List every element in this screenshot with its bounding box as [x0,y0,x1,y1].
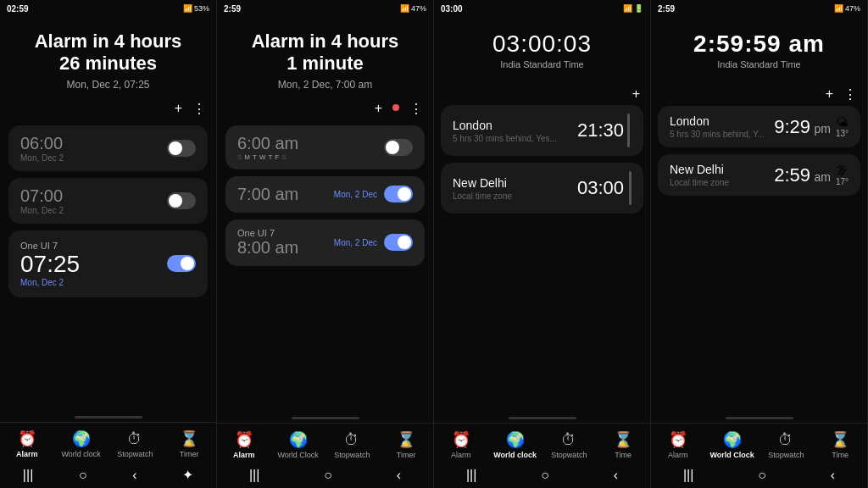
add-worldclock-button[interactable]: + [632,86,640,102]
alarm-item-0725[interactable]: One UI 7 07:25 Mon, Dec 2 [8,230,208,297]
alarm-item-700am[interactable]: 7:00 am Mon, 2 Dec [225,176,425,213]
nav-stopwatch-1[interactable]: ⏱ Stopwatch [108,430,163,458]
recents-button-3[interactable]: ‹ [614,468,618,483]
world-right-newdelhi-4: 2:59 am 🌫 17° [774,164,849,186]
worldclock-nav-icon-3: 🌍 [506,430,525,449]
home-button-3[interactable]: ○ [541,468,549,483]
alarm-item-600am[interactable]: 6:00 am S M T W T F S [225,125,425,169]
status-bar-1: 02:59 📶 53% [0,0,216,17]
world-city-info-london-4: London 5 hrs 30 mins behind, Y... [670,114,765,139]
alarm-item-left: 06:00 Mon, Dec 2 [20,134,64,163]
alarm-list-2: 6:00 am S M T W T F S 7:00 am Mon, 2 Dec [217,120,433,413]
day-sa: S [281,153,286,161]
nav-stopwatch-3[interactable]: ⏱ Stopwatch [542,431,597,459]
nav-alarm-2[interactable]: ⏰ Alarm [217,430,271,459]
nav-alarm-3[interactable]: ⏰ Alarm [434,430,488,459]
timer-nav-label-4: Time [832,451,849,459]
nav-timer-2[interactable]: ⌛ Timer [379,430,433,459]
world-item-newdelhi-4[interactable]: New Delhi Local time zone 2:59 am 🌫 17° [658,154,860,196]
world-item-london-3[interactable]: London 5 hrs 30 mins behind, Yes... 21:3… [441,105,643,156]
alarm-toggle-0700[interactable] [167,192,196,209]
recents-button[interactable]: ‹ [132,468,136,483]
alarm-right-800: Mon, 2 Dec [334,234,413,251]
more-options-button-4[interactable]: ⋮ [843,86,857,103]
alarm-date-0725: Mon, Dec 2 [20,278,80,287]
bottom-nav-4: ⏰ Alarm 🌍 World Clock ⏱ Stopwatch ⌛ Time [651,423,867,463]
weather-icon-london: 🌤 [836,115,848,129]
status-time-2: 2:59 [224,4,241,14]
scroll-divider-2 [292,417,359,419]
status-icons-1: 📶 53% [183,4,209,13]
battery-icon: 53% [194,4,209,13]
recents-button-4[interactable]: ‹ [831,468,835,483]
panel-actions-1: + ⋮ [0,97,216,120]
panel-actions-3: + [434,83,650,105]
main-clock-time-3: 03:00:03 [448,30,637,58]
more-options-button-2[interactable]: ⋮ [409,101,423,117]
alarm-subtitle-2: Mon, 2 Dec, 7:00 am [231,79,420,91]
alarm-toggle-600am[interactable] [384,139,413,156]
status-icons-3: 📶 🔋 [623,4,643,13]
back-button-3[interactable]: ||| [466,468,476,483]
alarm-nav-icon: ⏰ [18,430,36,448]
alarm-toggle-700am[interactable] [384,186,413,202]
nav-worldclock-3[interactable]: 🌍 World clock [488,430,542,459]
nav-alarm-1[interactable]: ⏰ Alarm [0,430,54,458]
alarm-subtitle-1: Mon, Dec 2, 07:25 [14,79,203,91]
home-button-4[interactable]: ○ [758,468,766,483]
back-button-2[interactable]: ||| [249,468,259,483]
home-button[interactable]: ○ [79,468,87,483]
world-city-info-newdelhi-4: New Delhi Local time zone [670,163,729,187]
alarm-item-left: 07:00 Mon, Dec 2 [20,186,64,215]
alarm-date-0700: Mon, Dec 2 [20,206,64,215]
nav-timer-3[interactable]: ⌛ Time [596,430,650,459]
alarm-time-600am: 6:00 am [237,134,298,153]
world-clock-list-3: London 5 hrs 30 mins behind, Yes... 21:3… [434,105,650,413]
alarm-toggle-0725[interactable] [167,255,196,272]
nav-stopwatch-2[interactable]: ⏱ Stopwatch [326,431,380,459]
alarm-toggle-800am[interactable] [384,234,413,251]
scroll-indicator-2 [629,171,632,205]
nav-alarm-4[interactable]: ⏰ Alarm [651,430,705,459]
alarm-nav-icon-3: ⏰ [452,430,470,449]
city-name-london-3: London [453,119,557,132]
stopwatch-nav-label-2: Stopwatch [334,451,370,459]
nav-worldclock-4[interactable]: 🌍 World Clock [705,430,760,459]
status-time-4: 2:59 [658,4,675,14]
alarm-date-800am: Mon, 2 Dec [334,238,377,247]
city-behind-london-3: 5 hrs 30 mins behind, Yes... [453,134,557,143]
days-row-600: S M T W T F S [237,153,298,161]
timer-nav-icon-4: ⌛ [831,430,849,449]
alarm-time-0600: 06:00 [20,134,64,153]
recents-button-2[interactable]: ‹ [397,468,401,483]
home-button-2[interactable]: ○ [324,468,332,483]
add-alarm-button[interactable]: + [175,101,182,117]
back-button-4[interactable]: ||| [683,468,693,483]
time-container-london-4: 9:29 pm [774,116,831,138]
alarm-item-0700[interactable]: 07:00 Mon, Dec 2 [8,178,208,224]
world-item-newdelhi-3[interactable]: New Delhi Local time zone 03:00 [441,163,643,214]
add-worldclock-button-4[interactable]: + [826,86,833,103]
bottom-nav-3: ⏰ Alarm 🌍 World clock ⏱ Stopwatch ⌛ Time [434,423,650,463]
back-button[interactable]: ||| [23,468,33,483]
alarm-item-0600[interactable]: 06:00 Mon, Dec 2 [8,125,208,171]
add-alarm-button-2[interactable]: + [375,101,382,117]
day-m: M [244,153,250,161]
alarm-item-800am[interactable]: One UI 7 8:00 am Mon, 2 Dec [225,219,425,266]
worldclock-nav-icon: 🌍 [72,430,91,448]
temp-london-4: 13° [836,129,849,138]
world-city-info-newdelhi: New Delhi Local time zone [453,176,512,201]
worldclock-nav-label: World clock [61,450,100,458]
system-bar-4: ||| ○ ‹ [651,463,867,488]
nav-timer-4[interactable]: ⌛ Time [813,430,867,459]
nav-stopwatch-4[interactable]: ⏱ Stopwatch [760,431,814,459]
system-bar-3: ||| ○ ‹ [434,463,650,488]
nav-timer-1[interactable]: ⌛ Timer [162,430,216,458]
nav-worldclock-1[interactable]: 🌍 World clock [54,430,108,458]
nav-worldclock-2[interactable]: 🌍 World Clock [271,430,326,459]
world-item-london-4[interactable]: London 5 hrs 30 mins behind, Y... 9:29 p… [658,106,860,147]
accessibility-button[interactable]: ✦ [182,467,193,483]
more-options-button[interactable]: ⋮ [192,101,206,117]
alarm-toggle-0600[interactable] [167,140,196,157]
timer-nav-label-2: Timer [397,451,416,459]
